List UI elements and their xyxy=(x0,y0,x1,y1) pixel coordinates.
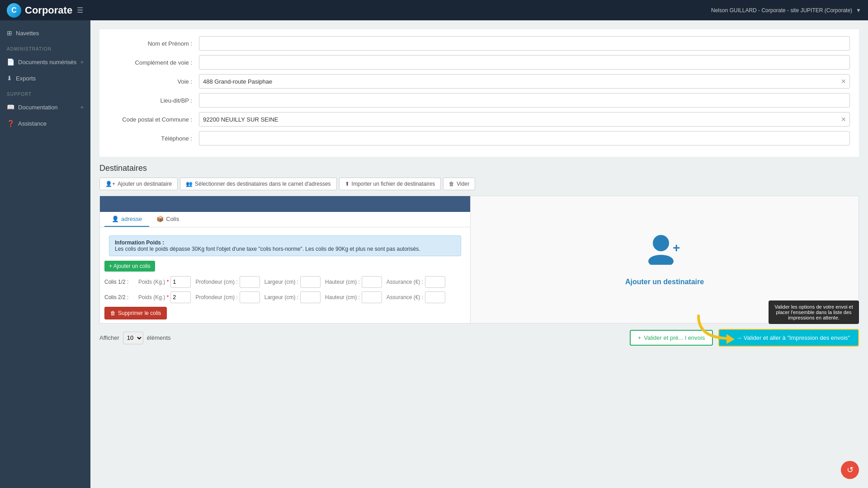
form-row-lieu: Lieu-dit/BP : xyxy=(108,93,850,108)
importer-destinataires-button[interactable]: ⬆ Importer un fichier de destinataires xyxy=(339,178,441,190)
add-destinataire-icon: + xyxy=(646,233,683,271)
voie-input[interactable] xyxy=(199,74,850,89)
form-row-voie: Voie : ✕ xyxy=(108,74,850,89)
colis-1-hauteur-group: Hauteur (cm) : xyxy=(325,276,382,288)
code-postal-input[interactable] xyxy=(199,112,850,127)
add-user-icon: 👤+ xyxy=(105,181,115,187)
colis-2-largeur-group: Largeur (cm) : xyxy=(264,291,321,303)
colis-section: Information Poids : Les colis dont le po… xyxy=(100,227,470,323)
colis-2-profondeur-group: Profondeur (cm) : xyxy=(195,291,259,303)
poids-2-input[interactable] xyxy=(170,291,191,303)
sidebar-item-label: Documentation xyxy=(18,104,57,111)
user-dropdown-icon[interactable]: ▼ xyxy=(856,7,861,14)
address-form: Nom et Prénom : Complément de voie : Voi… xyxy=(99,29,859,157)
info-poids-box: Information Poids : Les colis dont le po… xyxy=(109,235,461,256)
vider-button[interactable]: 🗑 Vider xyxy=(443,178,475,190)
svg-point-0 xyxy=(653,235,669,251)
lieu-dit-input[interactable] xyxy=(199,93,850,108)
assurance-1-label: Assurance (€) : xyxy=(387,279,423,285)
help-button[interactable]: ↺ xyxy=(841,461,859,479)
code-postal-label: Code postal et Commune : xyxy=(108,116,199,123)
poids-2-label: Poids (Kg.) * xyxy=(138,294,169,300)
largeur-2-input[interactable] xyxy=(300,291,321,303)
dest-tabs: 👤 adresse 📦 Colis xyxy=(100,212,470,227)
hauteur-2-input[interactable] xyxy=(362,291,382,303)
profondeur-1-label: Profondeur (cm) : xyxy=(195,279,237,285)
supprimer-colis-button[interactable]: 🗑 Supprimer le colis xyxy=(104,307,167,319)
sidebar-item-documentation[interactable]: 📖 Documentation + xyxy=(0,99,90,115)
add-destinataire-label: Ajouter un destinataire xyxy=(625,278,704,286)
documents-icon: 📄 xyxy=(7,58,14,66)
import-icon: ⬆ xyxy=(345,181,349,187)
help-icon: ↺ xyxy=(847,465,854,475)
nom-prenom-label: Nom et Prénom : xyxy=(108,40,199,47)
largeur-1-input[interactable] xyxy=(300,276,321,288)
selectionner-destinataires-button[interactable]: 👥 Sélectionner des destinataires dans le… xyxy=(180,178,336,190)
assistance-icon: ❓ xyxy=(7,120,14,127)
dest-header-bar xyxy=(100,196,470,212)
elements-label: éléments xyxy=(147,334,171,341)
colis-tab-icon: 📦 xyxy=(156,216,164,222)
sidebar-item-navettes[interactable]: ⊞ Navettes xyxy=(0,25,90,41)
largeur-2-label: Largeur (cm) : xyxy=(264,294,298,300)
profondeur-2-input[interactable] xyxy=(240,291,260,303)
nom-prenom-input[interactable] xyxy=(199,36,850,51)
assurance-1-input[interactable] xyxy=(425,276,445,288)
destinataires-left-panel: 👤 adresse 📦 Colis Information Poids : Le… xyxy=(100,196,471,323)
trash-icon: 🗑 xyxy=(449,181,454,187)
svg-text:+: + xyxy=(673,241,680,255)
sidebar-item-exports[interactable]: ⬇ Exports xyxy=(0,70,90,86)
assurance-2-input[interactable] xyxy=(425,291,445,303)
expand-icon: + xyxy=(80,104,84,111)
telephone-label: Téléphone : xyxy=(108,135,199,142)
info-poids-title: Information Poids : xyxy=(115,239,164,246)
hauteur-1-label: Hauteur (cm) : xyxy=(325,279,360,285)
users-icon: 👥 xyxy=(186,181,193,187)
colis-1-largeur-group: Largeur (cm) : xyxy=(264,276,321,288)
footer-section: Afficher 10 25 50 éléments Valider les o… xyxy=(99,329,859,347)
sidebar-item-documents[interactable]: 📄 Documents numérisés + xyxy=(0,54,90,70)
lieu-dit-label: Lieu-dit/BP : xyxy=(108,97,199,104)
colis-row-1: Colis 1/2 : Poids (Kg.) * Profondeur (cm… xyxy=(104,276,466,288)
adresse-tab-icon: 👤 xyxy=(112,216,119,222)
sidebar-item-assistance[interactable]: ❓ Assistance xyxy=(0,115,90,131)
navettes-icon: ⊞ xyxy=(7,29,12,37)
colis-1-poids-group: Poids (Kg.) * xyxy=(138,276,191,288)
sidebar-item-label: Assistance xyxy=(18,120,47,127)
brand-name: Corporate xyxy=(25,5,72,16)
colis-1-profondeur-group: Profondeur (cm) : xyxy=(195,276,259,288)
largeur-1-label: Largeur (cm) : xyxy=(264,279,298,285)
svg-marker-3 xyxy=(726,334,735,344)
admin-section-label: ADMINISTRATION xyxy=(0,41,90,54)
complement-voie-wrapper xyxy=(199,55,850,70)
poids-1-input[interactable] xyxy=(170,276,191,288)
brand-link[interactable]: C Corporate xyxy=(7,3,72,18)
logo: C xyxy=(7,3,21,18)
telephone-input[interactable] xyxy=(199,131,850,145)
profondeur-1-input[interactable] xyxy=(240,276,260,288)
afficher-select[interactable]: 10 25 50 xyxy=(123,332,143,344)
hauteur-1-input[interactable] xyxy=(362,276,382,288)
tab-adresse[interactable]: 👤 adresse xyxy=(104,212,149,227)
tab-colis[interactable]: 📦 Colis xyxy=(149,212,186,227)
lieu-dit-wrapper xyxy=(199,93,850,108)
form-row-code-postal: Code postal et Commune : ✕ xyxy=(108,112,850,127)
main-content: Nom et Prénom : Complément de voie : Voi… xyxy=(90,20,868,488)
form-row-complement: Complément de voie : xyxy=(108,55,850,70)
voie-clear-icon[interactable]: ✕ xyxy=(841,78,846,85)
sidebar: ⊞ Navettes ADMINISTRATION 📄 Documents nu… xyxy=(0,20,90,488)
menu-toggle-icon[interactable]: ☰ xyxy=(77,6,83,14)
code-postal-wrapper: ✕ xyxy=(199,112,850,127)
sidebar-item-label: Documents numérisés xyxy=(18,59,76,66)
destinataires-action-buttons: 👤+ Ajouter un destinataire 👥 Sélectionne… xyxy=(99,178,859,190)
ajouter-colis-button[interactable]: + Ajouter un colis xyxy=(104,261,155,272)
complement-voie-input[interactable] xyxy=(199,55,850,70)
assurance-2-label: Assurance (€) : xyxy=(387,294,423,300)
navbar: C Corporate ☰ Nelson GUILLARD - Corporat… xyxy=(0,0,868,20)
trash-colis-icon: 🗑 xyxy=(110,310,116,316)
code-postal-clear-icon[interactable]: ✕ xyxy=(841,116,846,123)
ajouter-destinataire-button[interactable]: 👤+ Ajouter un destinataire xyxy=(99,178,178,190)
nom-prenom-wrapper xyxy=(199,36,850,51)
colis-2-poids-group: Poids (Kg.) * xyxy=(138,291,191,303)
user-info-text: Nelson GUILLARD - Corporate - site JUPIT… xyxy=(711,7,852,14)
